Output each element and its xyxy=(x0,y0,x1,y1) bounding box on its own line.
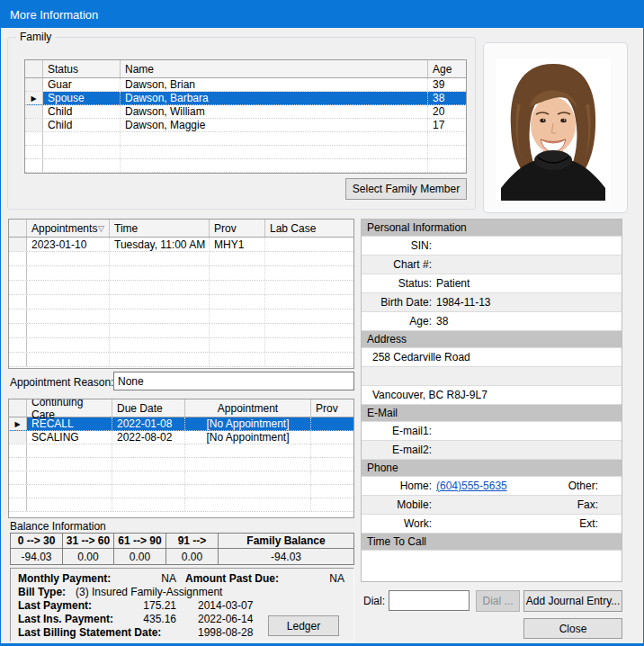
column-header-due-date[interactable]: Due Date xyxy=(112,399,185,417)
column-header-appointment[interactable]: Appointment xyxy=(185,399,311,417)
balance-aging-table: 0 --> 30 31 --> 60 61 --> 90 91 --> Fami… xyxy=(10,533,354,565)
chart-number-row: Chart #: xyxy=(362,256,622,274)
cell-age: 17 xyxy=(428,119,466,131)
cell-appointment-lab-case xyxy=(265,238,353,251)
patient-photo xyxy=(496,58,611,201)
sin-label: SIN: xyxy=(362,239,432,252)
row-selector[interactable] xyxy=(9,238,27,251)
cell-appointment-status: [No Appointment] xyxy=(185,417,311,430)
continuing-care-table-header: Continuing Care Due Date Appointment Pro… xyxy=(9,399,353,417)
status-row: Status: Patient xyxy=(362,274,622,292)
row-selector[interactable] xyxy=(25,105,43,118)
age-value: 38 xyxy=(436,315,448,327)
dial-input[interactable] xyxy=(389,590,470,611)
empty-row xyxy=(25,146,466,159)
aging-header-61-90: 61 --> 90 xyxy=(114,534,166,549)
continuing-care-row-recall-selected[interactable]: ▶ RECALL 2022-01-08 [No Appointment] xyxy=(9,417,353,431)
family-table-header: Status Name Age xyxy=(25,60,466,78)
close-button[interactable]: Close xyxy=(523,618,622,639)
sort-descending-icon[interactable]: ▽ xyxy=(98,224,104,233)
family-row-child1[interactable]: Child Dawson, William 20 xyxy=(25,105,466,119)
family-group-label: Family xyxy=(16,31,55,43)
dial-button[interactable]: Dial ... xyxy=(476,590,520,612)
family-row-child2[interactable]: Child Dawson, Maggie 17 xyxy=(25,119,466,132)
aging-value-31-60: 0.00 xyxy=(63,549,114,564)
empty-row xyxy=(9,338,353,353)
empty-row xyxy=(9,458,353,471)
empty-row xyxy=(25,132,466,146)
cell-name: Dawson, Maggie xyxy=(121,119,428,131)
appointment-reason-field[interactable] xyxy=(113,372,354,390)
row-selector[interactable] xyxy=(9,431,27,444)
column-header-prov[interactable]: Prov xyxy=(210,220,265,237)
ledger-button[interactable]: Ledger xyxy=(268,615,339,636)
aging-header-91-plus: 91 --> xyxy=(166,534,219,549)
mobile-phone-label: Mobile: xyxy=(362,498,432,511)
column-header-lab-case[interactable]: Lab Case xyxy=(265,220,353,237)
empty-row xyxy=(9,295,353,310)
address-line2 xyxy=(362,367,622,385)
ext-label: Ext: xyxy=(533,517,598,530)
cell-appointment-date: 2023-01-10 xyxy=(27,238,110,251)
age-row: Age: 38 xyxy=(362,312,622,330)
column-header-prov[interactable]: Prov xyxy=(311,399,353,417)
cell-status: Child xyxy=(43,119,121,131)
cell-care-type: SCALING xyxy=(27,431,112,444)
column-header-appointments[interactable]: Appointments ▽ xyxy=(27,220,110,237)
column-header-time[interactable]: Time xyxy=(110,220,210,237)
last-billing-label: Last Billing Statement Date: xyxy=(18,626,161,639)
fax-label: Fax: xyxy=(533,498,598,511)
row-selector[interactable] xyxy=(25,78,43,91)
add-journal-entry-button[interactable]: Add Journal Entry... xyxy=(523,590,622,612)
column-header-continuing-care[interactable]: Continuing Care xyxy=(27,399,112,417)
empty-row xyxy=(25,159,466,173)
empty-row xyxy=(9,252,353,266)
cell-name: Dawson, Barbara xyxy=(121,92,428,104)
cell-age: 20 xyxy=(428,105,466,118)
status-label: Status: xyxy=(362,277,432,290)
monthly-payment-line: Monthly Payment: NA Amount Past Due: NA xyxy=(18,572,346,586)
last-payment-label: Last Payment: xyxy=(18,599,92,612)
empty-row xyxy=(9,281,353,295)
time-to-call-value xyxy=(362,551,622,581)
address-city: Vancouver, BC R8J-9L7 xyxy=(362,386,622,404)
last-payment-amount: 175.21 xyxy=(126,599,176,612)
title-bar[interactable]: More Information xyxy=(1,1,643,28)
cell-due-date: 2022-01-08 xyxy=(112,417,185,430)
select-family-member-button[interactable]: Select Family Member xyxy=(345,178,467,200)
column-header-age[interactable]: Age xyxy=(428,60,466,77)
status-value: Patient xyxy=(436,277,470,290)
empty-row xyxy=(9,353,353,367)
aging-value-91-plus: 0.00 xyxy=(166,549,219,564)
bill-type-value: (3) Insured Family-Assignment xyxy=(76,586,222,598)
address-line1: 258 Cedarville Road xyxy=(362,348,622,366)
row-selector-header xyxy=(9,399,27,417)
empty-row xyxy=(9,324,353,338)
appointment-row[interactable]: 2023-01-10 Tuesday, 11:00 AM MHY1 xyxy=(9,238,353,252)
cell-prov xyxy=(311,417,353,430)
cell-appointment-time: Tuesday, 11:00 AM xyxy=(110,238,210,251)
row-selector-header xyxy=(9,220,27,237)
empty-row xyxy=(9,485,353,498)
empty-row xyxy=(9,310,353,324)
last-ins-payment-date: 2022-06-14 xyxy=(198,613,253,625)
current-row-arrow-icon[interactable]: ▶ xyxy=(25,92,43,104)
continuing-care-row-scaling[interactable]: SCALING 2022-08-02 [No Appointment] xyxy=(9,431,353,444)
home-phone-link[interactable]: (604)555-5635 xyxy=(436,480,507,492)
birth-date-label: Birth Date: xyxy=(362,296,432,309)
cell-name: Dawson, William xyxy=(121,105,428,118)
family-row-spouse-selected[interactable]: ▶ Spouse Dawson, Barbara 38 xyxy=(25,92,466,105)
last-payment-date: 2014-03-07 xyxy=(198,599,253,612)
column-header-status[interactable]: Status xyxy=(43,60,121,77)
aging-value-0-30: -94.03 xyxy=(11,549,63,564)
cell-status: Child xyxy=(43,105,121,118)
column-header-name[interactable]: Name xyxy=(121,60,428,77)
cell-appointment-prov: MHY1 xyxy=(210,238,265,251)
row-selector-header xyxy=(25,60,43,77)
bill-type-label: Bill Type: xyxy=(18,586,66,598)
sin-row: SIN: xyxy=(362,237,622,255)
row-selector[interactable] xyxy=(25,119,43,131)
family-row-guar[interactable]: Guar Dawson, Brian 39 xyxy=(25,78,466,92)
column-header-label: Appointments xyxy=(31,222,97,235)
current-row-arrow-icon[interactable]: ▶ xyxy=(9,417,27,430)
